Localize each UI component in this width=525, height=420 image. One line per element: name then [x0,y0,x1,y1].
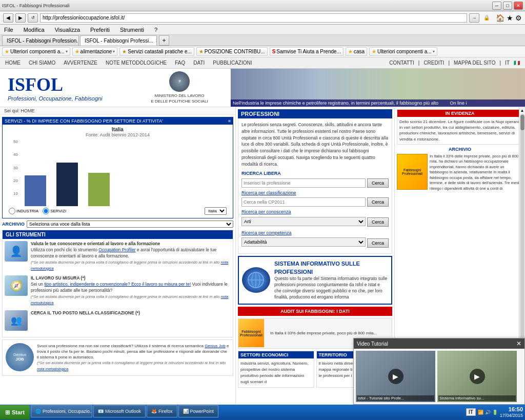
chart-subtitle: Fonte: Audit biennio 2012-2014 [5,132,231,137]
archive-select[interactable]: Seleziona una voce dalla lista [27,221,233,228]
close-button[interactable]: ✕ [514,2,523,10]
nav-avvertenze[interactable]: AVVERTENZE [64,60,97,66]
star-icon[interactable]: ★ [507,14,513,22]
ricerca-competenza-label[interactable]: Ricerca per competenza [241,230,389,237]
menu-strumenti[interactable]: Strumenti [118,26,146,34]
new-tab-button[interactable]: + [159,35,169,46]
search-input-libera[interactable] [241,178,366,188]
network-icon: 📶 [478,410,483,415]
bookmark-label-5: Samvise Ti Aiuta a Prende... [276,49,341,54]
play-button-1[interactable]: ▶ [388,369,403,384]
menu-file[interactable]: File [2,26,15,34]
tab-2[interactable]: ISFOL - Fabbisogni Professi... ✕ [80,35,157,46]
tipo-artistico-link[interactable]: tipo artistico, indipendente o convenzio… [44,282,191,287]
search-input-classificazione[interactable] [241,197,366,207]
address-input[interactable] [40,13,467,23]
refresh-button[interactable]: ↺ [28,13,38,23]
nota-metodologica-2[interactable]: nota metodologica [31,294,228,305]
nav-crediti[interactable]: CREDITI [423,60,444,66]
search-btn-competenza[interactable]: Cerca [367,238,389,248]
nav-dati[interactable]: DATI [193,60,205,66]
ricerca-conoscenza-label[interactable]: Ricerca per conoscenza [241,209,389,216]
chart-menu-icon[interactable]: ≡ [228,118,231,124]
nav-chi-siamo[interactable]: CHI SIAMO [29,60,55,66]
nav-note[interactable]: NOTE METODOLOGICHE [106,60,167,66]
radio-input-servizi[interactable] [43,208,49,214]
genius-logo: GeniusJOB [6,343,34,372]
bookmark-1[interactable]: ★ Ulteriori componenti a... ▾ [2,47,70,56]
taskbar-btn-2[interactable]: 📧 Microsoft Outlook [93,405,146,417]
isfol-logo[interactable]: ISFOL [8,74,120,95]
bookmark-icon-6: ★ [348,49,353,54]
go-button[interactable]: → [469,13,479,23]
ministero-text: MINISTERO DEL LAVOROE DELLE POLITICHE SO… [151,93,208,104]
menu-modifica[interactable]: Modifica [22,26,47,34]
search-btn-classificazione[interactable]: Cerca [367,197,389,207]
nav-pubblicazioni[interactable]: PUBBLICAZIONI [213,60,252,66]
video-bg-2: ▶ [437,351,517,402]
scroll-thumb[interactable] [520,115,524,130]
conoscenza-dropdown[interactable]: Arti [241,217,366,226]
professioni-body: Le professioni senza segreti. Conoscenze… [238,118,392,254]
bookmark-2[interactable]: ★ alimentazione ▾ [72,47,118,56]
home-icon[interactable]: 🏠 [496,14,504,22]
forward-button[interactable]: ▶ [15,13,26,23]
chart-region-dropdown[interactable]: Italia [205,207,227,215]
back-button[interactable]: ◀ [3,13,13,23]
nav-lang[interactable]: IT [505,60,510,66]
menu-help[interactable]: ? [152,26,159,34]
menu-visualizza[interactable]: Visualizza [53,26,82,34]
nota-metodologica-1[interactable]: nota metodologica [31,260,228,271]
scroll-up[interactable]: ▲ [520,108,524,113]
ricerca-classificazione-label[interactable]: Ricerca per classificazione [241,190,389,197]
battery-icon: 🔋 [492,410,498,415]
window-controls[interactable]: ─ □ ✕ [492,2,523,10]
taskbar-btn-3[interactable]: 🦊 Firefox [147,405,177,417]
video-content: ▶ Isfol - Tutorial sito Profe... ▶ Siste… [354,349,524,404]
video-close-button[interactable]: ✕ [516,340,521,347]
bookmark-7[interactable]: ★ Ulteriori componenti a... ▾ [369,47,437,56]
genius-logo-circle: GeniusJOB [6,343,34,371]
chart-controls: INDUSTRIA SERVIZI Italia [5,206,231,216]
clock: 16:50 17/04/2015 [500,406,523,418]
settings-icon[interactable]: ⚙ [515,14,522,22]
nav-faq[interactable]: FAQ [175,60,185,66]
radio-servizi[interactable]: SERVIZI [43,208,66,214]
bookmark-3[interactable]: ★ Servizi catastali pratiche e... [119,47,194,56]
minimize-button[interactable]: ─ [492,2,501,10]
nav-home[interactable]: HOME [5,60,21,66]
search-btn-libera[interactable]: Cerca [367,178,389,188]
tab-1[interactable]: ISFOL - Fabbisogni Profession... ✕ [2,35,79,46]
competenza-dropdown[interactable]: Adattabilità [241,237,366,247]
bookmark-icon-5: S [272,49,276,54]
genius-job-link[interactable]: Genius Job [205,344,225,348]
audit-button[interactable]: AUDIT SUI FABBISOGNI: I DATI [238,307,392,316]
video-thumb-2[interactable]: ▶ Sistema informativo su... [437,351,517,402]
video-thumb-1[interactable]: ▶ Isfol - Tutorial sito Profe... [356,351,435,402]
sip-text-area: SISTEMA INFORMATIVO SULLE PROFESSIONI Qu… [274,260,388,300]
start-button[interactable]: ⊞ Start [0,405,30,419]
strumenti-text-3: CERCA IL TUO POSTO NELLA CLASSIFICAZIONE… [31,310,140,316]
bookmark-label-6: casa [354,49,365,54]
header-ministero: ⚜ MINISTERO DEL LAVOROE DELLE POLITICHE … [128,69,231,107]
taskbar-btn-1[interactable]: 🌐 Professioni, Occupazio... [31,405,92,417]
occupation-profiler-link[interactable]: Occupation Profiler [98,247,135,252]
nota-genius[interactable]: nota metodologica [37,367,68,371]
nav-contatti[interactable]: CONTATTI [389,60,414,66]
bookmark-5[interactable]: S Samvise Ti Aiuta a Prende... [270,47,344,56]
radio-input-industria[interactable] [9,208,15,214]
maximize-button[interactable]: □ [503,2,512,10]
strumenti-note-1: (*Se sei aiutata diumenta per la prima v… [31,260,228,271]
menu-preferiti[interactable]: Preferiti [88,26,112,34]
bookmark-6[interactable]: ★ casa [346,47,367,56]
nav-mappa[interactable]: MAPPA DEL SITO [454,60,496,66]
play-button-2[interactable]: ▶ [470,369,485,384]
online-text: On line i [450,101,467,106]
bookmark-arrow-7: ▾ [433,49,435,54]
radio-industria[interactable]: INDUSTRIA [9,208,38,214]
taskbar-btn-4[interactable]: 📊 PowerPoint [178,405,218,417]
bookmark-4[interactable]: ★ POSIZIONE CONTRIBU... [196,47,268,56]
tab-2-label: ISFOL - Fabbisogni Professi... [85,38,153,44]
tab-2-close[interactable]: ✕ [155,38,157,43]
search-btn-conoscenza[interactable]: Cerca [367,217,389,227]
